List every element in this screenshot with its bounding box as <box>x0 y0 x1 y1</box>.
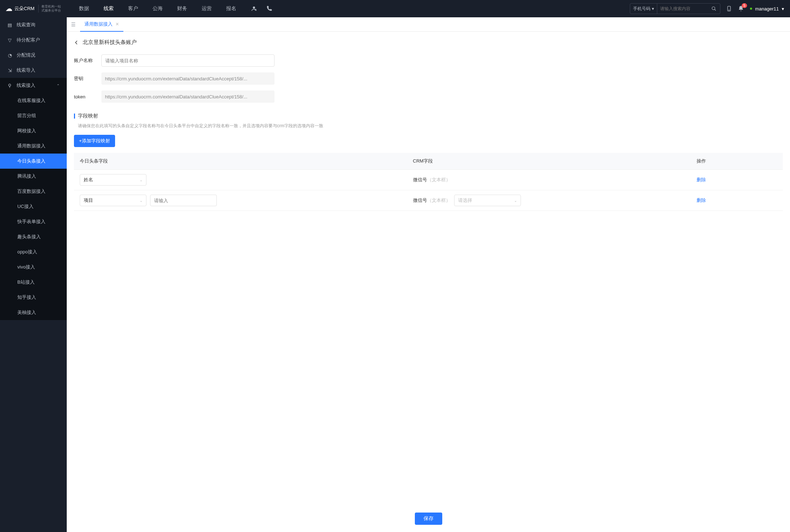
page-header: 北京昱新科技头条账户 <box>74 39 783 46</box>
chevron-down-icon: ⌄ <box>514 199 517 203</box>
sub-tencent[interactable]: 腾讯接入 <box>0 169 67 184</box>
sub-kuaishou[interactable]: 快手表单接入 <box>0 214 67 229</box>
section-description: 请确保您在此填写的头条自定义字段名称与在今日头条平台中自定义的字段名称一致，并且… <box>74 123 783 129</box>
svg-point-4 <box>729 10 729 10</box>
col-crm-field: CRM字段 <box>407 153 691 170</box>
name-label: 账户名称 <box>74 57 96 64</box>
chart-icon: ◔ <box>7 53 12 58</box>
user-menu[interactable]: manager11 ▾ <box>750 6 784 12</box>
crm-option-select[interactable]: 请选择 ⌄ <box>454 195 521 206</box>
secret-label: 密钥 <box>74 75 96 82</box>
sub-school-access[interactable]: 网校接入 <box>0 123 67 138</box>
logo-subtext: 教育机构一站式服务云平台 <box>38 5 61 13</box>
svg-point-0 <box>253 6 255 9</box>
search-button[interactable] <box>708 6 720 11</box>
chevron-up-icon: ⌃ <box>57 84 60 88</box>
form-row-token: token <box>74 90 783 103</box>
sidebar-item-pending-customers[interactable]: ▽ 待分配客户 <box>0 32 67 48</box>
save-button[interactable]: 保存 <box>415 513 442 525</box>
section-title: 字段映射 <box>78 113 98 119</box>
tab-general-data[interactable]: 通用数据接入 ✕ <box>80 17 123 32</box>
sub-online-service[interactable]: 在线客服接入 <box>0 93 67 108</box>
search-wrap: 手机号码 ▾ <box>630 3 720 14</box>
collapse-icon[interactable]: ☰ <box>71 22 76 27</box>
page-title: 北京昱新科技头条账户 <box>83 39 137 46</box>
toutiao-field-select[interactable]: 姓名 ⌄ <box>80 174 146 186</box>
sidebar-item-distribution[interactable]: ◔ 分配情况 <box>0 48 67 63</box>
table-row: 项目 ⌄ 微信号（文本框） <box>74 190 783 211</box>
username: manager11 <box>755 6 779 12</box>
logo[interactable]: ☁ 云朵CRM 教育机构一站式服务云平台 <box>6 5 61 13</box>
secret-input[interactable] <box>101 72 275 85</box>
nav-operation[interactable]: 运营 <box>202 5 212 12</box>
status-dot-icon <box>750 8 752 10</box>
form-row-name: 账户名称 <box>74 54 783 67</box>
sub-meiyou[interactable]: 美柚接入 <box>0 305 67 320</box>
toutiao-field-select[interactable]: 项目 ⌄ <box>80 195 146 206</box>
crm-field-label: 微信号 <box>413 198 427 203</box>
crm-field-label: 微信号 <box>413 177 427 182</box>
nav-finance[interactable]: 财务 <box>177 5 187 12</box>
import-icon: ⇲ <box>7 68 12 73</box>
sub-message-group[interactable]: 留言分组 <box>0 108 67 123</box>
chevron-down-icon: ⌄ <box>140 178 142 182</box>
nav-customers[interactable]: 客户 <box>128 5 138 12</box>
search-input[interactable] <box>657 6 708 11</box>
col-action: 操作 <box>691 153 783 170</box>
add-mapping-button[interactable]: +添加字段映射 <box>74 135 115 147</box>
user-plus-icon[interactable] <box>251 5 257 12</box>
notification-badge: 5 <box>742 3 747 8</box>
sidebar-item-clue-access[interactable]: ⚲ 线索接入 ⌃ <box>0 78 67 93</box>
list-icon: ▤ <box>7 22 12 28</box>
topnav-menu: 数据 线索 客户 公海 财务 运营 报名 <box>79 5 236 12</box>
cloud-icon: ☁ <box>6 5 12 13</box>
sidebar-item-clue-import[interactable]: ⇲ 线索导入 <box>0 63 67 78</box>
sub-vivo[interactable]: vivo接入 <box>0 260 67 275</box>
toutiao-field-input[interactable] <box>150 195 217 206</box>
chevron-down-icon: ▾ <box>782 6 784 12</box>
plug-icon: ⚲ <box>7 83 12 88</box>
mobile-icon[interactable] <box>726 5 732 12</box>
content: 北京昱新科技头条账户 账户名称 密钥 token 字段映射 <box>67 32 790 505</box>
tabs-bar: ☰ 通用数据接入 ✕ <box>67 17 790 32</box>
name-input[interactable] <box>101 54 275 67</box>
footer: 保存 <box>67 505 790 532</box>
sub-bilibili[interactable]: B站接入 <box>0 275 67 290</box>
delete-button[interactable]: 删除 <box>697 197 706 204</box>
nav-data[interactable]: 数据 <box>79 5 89 12</box>
nav-public[interactable]: 公海 <box>153 5 163 12</box>
sidebar-submenu: 在线客服接入 留言分组 网校接入 通用数据接入 今日头条接入 腾讯接入 百度数据… <box>0 93 67 320</box>
sub-uc[interactable]: UC接入 <box>0 199 67 214</box>
section-bar-icon <box>74 114 75 119</box>
sub-zhihu[interactable]: 知乎接入 <box>0 290 67 305</box>
sidebar: ▤ 线索查询 ▽ 待分配客户 ◔ 分配情况 ⇲ 线索导入 ⚲ 线索接入 ⌃ 在线… <box>0 17 67 532</box>
mapping-table: 今日头条字段 CRM字段 操作 姓名 ⌄ <box>74 153 783 211</box>
main: ☰ 通用数据接入 ✕ 北京昱新科技头条账户 账户名称 <box>67 17 790 532</box>
phone-icon[interactable] <box>266 5 272 12</box>
close-icon[interactable]: ✕ <box>115 22 119 27</box>
crm-field-hint: （文本框） <box>427 177 451 182</box>
back-icon[interactable] <box>74 40 79 45</box>
table-row: 姓名 ⌄ 微信号（文本框） 删除 <box>74 170 783 190</box>
section-header: 字段映射 <box>74 113 783 119</box>
chevron-down-icon: ⌄ <box>140 199 142 203</box>
sub-general-data[interactable]: 通用数据接入 <box>0 138 67 154</box>
nav-enroll[interactable]: 报名 <box>226 5 236 12</box>
chevron-down-icon: ▾ <box>652 6 654 11</box>
sub-toutiao[interactable]: 今日头条接入 <box>0 154 67 169</box>
form-row-secret: 密钥 <box>74 72 783 85</box>
sub-baidu[interactable]: 百度数据接入 <box>0 184 67 199</box>
nav-clues[interactable]: 线索 <box>104 5 114 12</box>
search-type-select[interactable]: 手机号码 ▾ <box>630 4 657 14</box>
token-label: token <box>74 94 96 99</box>
sub-oppo[interactable]: oppo接入 <box>0 244 67 260</box>
notification-bell[interactable]: 5 <box>738 5 744 12</box>
logo-text: 云朵CRM <box>14 5 35 12</box>
sidebar-item-clue-search[interactable]: ▤ 线索查询 <box>0 17 67 32</box>
svg-point-2 <box>712 7 715 10</box>
crm-field-hint: （文本框） <box>427 198 451 203</box>
token-input[interactable] <box>101 90 275 103</box>
delete-button[interactable]: 删除 <box>697 177 706 183</box>
sub-qutoutiao[interactable]: 趣头条接入 <box>0 229 67 244</box>
col-toutiao-field: 今日头条字段 <box>74 153 407 170</box>
